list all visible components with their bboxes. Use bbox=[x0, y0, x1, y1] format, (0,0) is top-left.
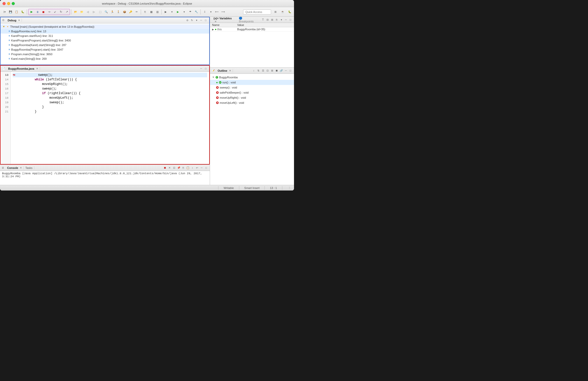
prev-edit-btn[interactable]: ◁ bbox=[85, 9, 91, 15]
outline-stop-btn[interactable]: ⏹ bbox=[275, 69, 279, 73]
outline-sort-btn[interactable]: ↕ bbox=[252, 69, 256, 73]
step-into-button[interactable]: ↙ bbox=[52, 9, 58, 14]
editor-tab-close[interactable]: ✕ bbox=[36, 67, 38, 70]
suspend-button[interactable]: ⏸ bbox=[35, 9, 40, 14]
open-type-btn[interactable]: 📂 bbox=[73, 9, 78, 15]
next-btn[interactable]: ⟶ bbox=[220, 9, 226, 15]
editor-minimize-btn[interactable]: ─ bbox=[199, 67, 203, 71]
outline-sweep[interactable]: ■ sweep() : void bbox=[210, 85, 294, 90]
perspectives-btn[interactable]: ⊞ bbox=[273, 9, 278, 15]
debug-stack-5[interactable]: ≡ Program.main(String[]) line: 3650 bbox=[1, 52, 209, 56]
terminate-button[interactable]: ⏹ bbox=[40, 9, 46, 14]
console-clear-btn[interactable]: ⊡ bbox=[172, 166, 176, 170]
maximize-button[interactable] bbox=[12, 2, 15, 5]
outline-link-btn[interactable]: 🔗 bbox=[279, 69, 283, 73]
copy-qualified-btn[interactable]: ⎘ bbox=[142, 9, 148, 15]
search-btn[interactable]: 🔍 bbox=[103, 9, 109, 15]
outline-minimize-btn[interactable]: ─ bbox=[284, 69, 288, 73]
vars-collapse-btn[interactable]: ⊟ bbox=[265, 18, 270, 22]
var-row-this[interactable]: ▶ ● this BuggyRoomba (id=35) bbox=[210, 27, 294, 32]
run-jar-btn[interactable]: 📦 bbox=[122, 9, 127, 15]
vars-layout-btn[interactable]: ⊞ bbox=[270, 18, 274, 22]
debug-stack-4[interactable]: ≡ BuggyRoomba(Program).start() line: 334… bbox=[1, 47, 209, 52]
step-over-button[interactable]: ↻ bbox=[58, 9, 64, 14]
console-scroll-btn[interactable]: ↕ bbox=[190, 166, 194, 170]
console-terminate-btn[interactable]: ⏹ bbox=[163, 166, 167, 170]
outline-moveUpLeft[interactable]: ■ moveUpLeft() : void bbox=[210, 100, 294, 105]
editor-maximize-btn[interactable]: □ bbox=[204, 67, 208, 71]
console-word-wrap-btn[interactable]: ↩ bbox=[195, 166, 199, 170]
prev-annotation-btn[interactable]: ▦ bbox=[148, 9, 154, 15]
run-person-btn[interactable]: 🏃 bbox=[109, 9, 115, 15]
debug-view-menu-btn[interactable]: ▾ bbox=[194, 18, 199, 22]
debug-stack-1[interactable]: ≡ KarelProgram.startRun() line: 311 bbox=[1, 34, 209, 38]
debug-stack-6[interactable]: ≡ Karel.main(String[]) line: 269 bbox=[1, 56, 209, 61]
console-remove-btn[interactable]: ✕ bbox=[167, 166, 172, 170]
vars-maximize-btn[interactable]: □ bbox=[288, 18, 292, 22]
vars-view-menu-btn[interactable]: ▾ bbox=[279, 18, 283, 22]
open-resource-btn[interactable]: 📁 bbox=[79, 9, 85, 15]
run-btn[interactable]: ▶ bbox=[163, 9, 169, 15]
debug-stack-2[interactable]: ≡ KarelProgram(Program).start(String[]) … bbox=[1, 38, 209, 43]
toolbar-save-btn[interactable]: 💾 bbox=[8, 9, 13, 15]
outline-run[interactable]: ● m run() : void bbox=[210, 80, 294, 85]
prev-btn[interactable]: ⟵ bbox=[214, 9, 220, 15]
variables-tab[interactable]: (x)= Variables ✕ bbox=[212, 17, 237, 23]
vars-minimize-btn[interactable]: ─ bbox=[284, 18, 288, 22]
debug-stack-3[interactable]: ≡ BuggyRoomba(Karel).start(String[]) lin… bbox=[1, 43, 209, 47]
profile-btn[interactable]: 🔧 bbox=[193, 9, 199, 15]
outline-maximize-btn[interactable]: □ bbox=[288, 69, 292, 73]
coverage2-btn[interactable]: ☂ bbox=[187, 9, 193, 15]
outline-filter-btn[interactable]: ☰ bbox=[261, 69, 265, 73]
java-perspective-btn[interactable]: ☕ bbox=[280, 9, 285, 15]
outline-hide-btn[interactable]: ⊡ bbox=[265, 69, 270, 73]
console-pin-btn[interactable]: 📌 bbox=[177, 166, 181, 170]
debug-refresh-btn[interactable]: ↻ bbox=[190, 18, 194, 22]
next-annotation-btn[interactable]: ▥ bbox=[155, 9, 160, 15]
coverage-btn[interactable]: 🔑 bbox=[128, 9, 133, 15]
variables-tab-close[interactable]: ✕ bbox=[215, 20, 217, 23]
run-person2-btn[interactable]: 🚶 bbox=[116, 9, 121, 15]
run-main-btn[interactable]: ▶ bbox=[175, 9, 181, 15]
editor-tab[interactable]: BuggyRoomba.java ✕ bbox=[7, 67, 40, 70]
debug-thread-item[interactable]: ▼ 🔸 Thread [main] (Suspended (breakpoint… bbox=[1, 24, 209, 29]
debug-skip-btn[interactable]: ⊘ bbox=[185, 18, 189, 22]
toolbar-back-btn[interactable]: ⟨▾ bbox=[2, 9, 7, 15]
disconnect-button[interactable]: ⤼ bbox=[46, 9, 52, 14]
outline-tab[interactable]: Outline ✕ bbox=[216, 69, 233, 72]
toolbar-debug-icon[interactable]: 🐛 bbox=[20, 9, 25, 15]
sdk-btn[interactable]: ⇩ bbox=[202, 9, 207, 15]
status-more-btn[interactable]: ⋮ bbox=[287, 186, 291, 190]
console-copy-btn[interactable]: ⎘ bbox=[181, 166, 185, 170]
run-dropdown-btn[interactable]: ▾ bbox=[169, 9, 175, 15]
outline-sort2-btn[interactable]: ⇅ bbox=[256, 69, 260, 73]
console-tab-close[interactable]: ✕ bbox=[20, 167, 22, 169]
last-edit-btn[interactable]: ⬚ bbox=[97, 9, 103, 15]
breakpoints-tab[interactable]: 🔵 Breakpoints bbox=[237, 17, 259, 23]
outline-member-btn[interactable]: ⊞ bbox=[270, 69, 274, 73]
run-main-dropdown-btn[interactable]: ▾ bbox=[181, 9, 187, 15]
debug-perspective-btn[interactable]: 🐛 bbox=[287, 9, 292, 15]
outline-moveUpRight[interactable]: ■ moveUpRight() : void bbox=[210, 95, 294, 100]
debug-maximize-btn[interactable]: □ bbox=[204, 18, 208, 22]
console-minimize-btn[interactable]: ─ bbox=[200, 166, 204, 170]
outline-class[interactable]: ▼ C BuggyRoomba bbox=[210, 75, 294, 80]
minimize-button[interactable] bbox=[7, 2, 10, 5]
debug-tab[interactable]: Debug ✕ bbox=[6, 19, 22, 22]
resume-button[interactable]: ▶ bbox=[29, 9, 34, 14]
code-area[interactable]: ●▶ sweep(); while (leftIsClear()) { move… bbox=[11, 72, 209, 164]
debug-tab-close[interactable]: ✕ bbox=[18, 19, 20, 22]
tasks-tab[interactable]: Tasks bbox=[24, 166, 34, 169]
outline-safePickBeeper[interactable]: ■ safePickBeeper() : void bbox=[210, 90, 294, 95]
vars-show-type-btn[interactable]: T bbox=[261, 18, 265, 22]
outline-tab-close[interactable]: ✕ bbox=[229, 69, 231, 72]
debug-stack-0[interactable]: ≡ BuggyRoomba.run() line: 13 bbox=[1, 29, 209, 34]
highlight-btn[interactable]: ✏ bbox=[134, 9, 139, 15]
console-maximize-btn[interactable]: □ bbox=[204, 166, 208, 170]
close-button[interactable] bbox=[3, 2, 6, 5]
quick-access-input[interactable] bbox=[243, 9, 271, 14]
vars-copy-btn[interactable]: ⎘ bbox=[275, 18, 279, 22]
toolbar-save2-btn[interactable]: 📋 bbox=[14, 9, 19, 15]
step-return-button[interactable]: ↗ bbox=[64, 9, 69, 14]
sdk-dropdown-btn[interactable]: ▾ bbox=[208, 9, 214, 15]
